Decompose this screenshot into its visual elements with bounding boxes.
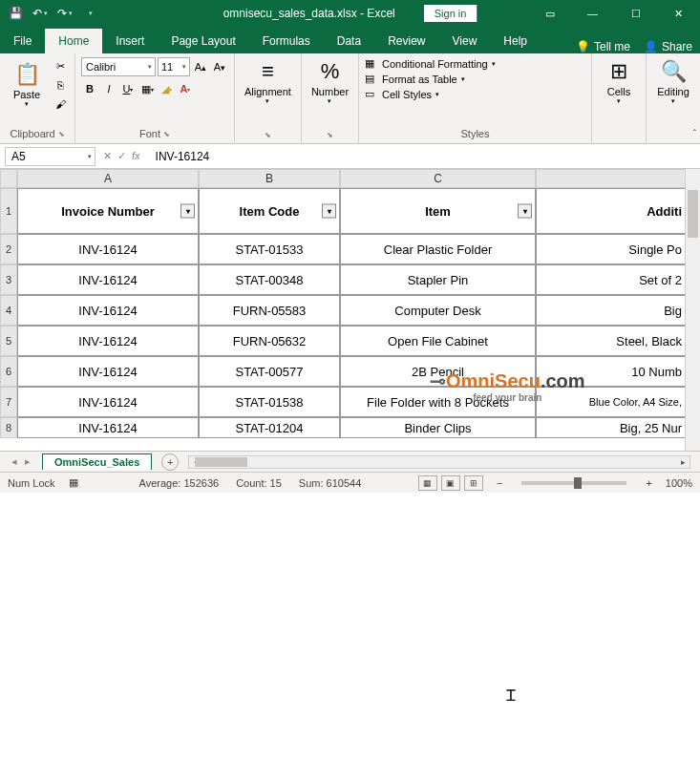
- data-cell[interactable]: Open File Cabinet: [340, 326, 536, 356]
- italic-button[interactable]: I: [100, 80, 117, 97]
- data-cell[interactable]: STAT-01533: [199, 234, 340, 264]
- font-color-icon[interactable]: A▾: [177, 80, 194, 97]
- tab-file[interactable]: File: [0, 29, 45, 53]
- row-header[interactable]: 1: [0, 188, 17, 234]
- scrollbar-thumb[interactable]: [195, 457, 247, 467]
- name-box[interactable]: A5▾: [5, 147, 95, 166]
- data-cell[interactable]: File Folder with 8 Pockets: [340, 387, 536, 417]
- row-header[interactable]: 5: [0, 326, 17, 356]
- cancel-formula-icon[interactable]: ✕: [103, 150, 112, 162]
- data-cell[interactable]: Stapler Pin: [340, 264, 536, 295]
- data-cell[interactable]: INV-16124: [17, 356, 199, 387]
- data-cell[interactable]: Clear Plastic Folder: [340, 234, 536, 264]
- close-icon[interactable]: ✕: [657, 0, 700, 27]
- paste-button[interactable]: 📋 Paste ▾: [6, 57, 48, 113]
- popout-icon[interactable]: ⬊: [265, 131, 271, 139]
- format-as-table-button[interactable]: ▤Format as Table▾: [365, 73, 585, 86]
- row-header[interactable]: 2: [0, 234, 17, 264]
- col-header-d[interactable]: [536, 169, 689, 188]
- tab-view[interactable]: View: [439, 29, 491, 53]
- popout-icon[interactable]: ⬊: [58, 130, 65, 138]
- save-icon[interactable]: 💾: [8, 6, 23, 21]
- row-header[interactable]: 4: [0, 295, 17, 326]
- accept-formula-icon[interactable]: ✓: [117, 150, 126, 162]
- tab-page-layout[interactable]: Page Layout: [158, 29, 248, 53]
- data-cell[interactable]: Steel, Black: [536, 326, 689, 356]
- data-cell[interactable]: INV-16124: [17, 264, 199, 295]
- maximize-icon[interactable]: ☐: [614, 0, 657, 27]
- zoom-slider[interactable]: [521, 481, 626, 485]
- zoom-out-icon[interactable]: −: [497, 477, 502, 489]
- filter-dropdown-icon[interactable]: ▾: [322, 204, 336, 219]
- tab-home[interactable]: Home: [45, 29, 102, 53]
- filter-dropdown-icon[interactable]: ▾: [180, 204, 195, 219]
- data-cell[interactable]: INV-16124: [17, 234, 199, 264]
- data-cell[interactable]: Big: [536, 295, 689, 326]
- ribbon-options-icon[interactable]: ▭: [528, 0, 571, 27]
- header-cell[interactable]: Additi: [536, 188, 689, 234]
- data-cell[interactable]: 2B Pencil: [340, 356, 536, 387]
- signin-button[interactable]: Sign in: [424, 5, 477, 22]
- data-cell[interactable]: STAT-01204: [199, 417, 340, 438]
- number-button[interactable]: % Number ▾: [308, 57, 352, 107]
- bold-button[interactable]: B: [81, 80, 98, 97]
- select-all-corner[interactable]: [0, 169, 17, 188]
- data-cell[interactable]: Single Po: [536, 234, 689, 264]
- row-header[interactable]: 8: [0, 417, 17, 438]
- data-cell[interactable]: Computer Desk: [340, 295, 536, 326]
- scrollbar-thumb[interactable]: [688, 190, 698, 238]
- row-header[interactable]: 6: [0, 356, 17, 387]
- font-size-select[interactable]: 11▾: [158, 57, 190, 76]
- fx-icon[interactable]: fx: [132, 150, 140, 162]
- tab-insert[interactable]: Insert: [102, 29, 158, 53]
- share-button[interactable]: 👤Share: [644, 40, 692, 53]
- tab-formulas[interactable]: Formulas: [249, 29, 324, 53]
- data-cell[interactable]: INV-16124: [17, 295, 199, 326]
- page-break-view-icon[interactable]: ⊞: [464, 475, 483, 491]
- add-sheet-button[interactable]: +: [161, 453, 179, 471]
- fill-color-icon[interactable]: ◢▾: [158, 80, 175, 97]
- data-cell[interactable]: INV-16124: [17, 387, 199, 417]
- qat-customize-icon[interactable]: ▾: [82, 6, 97, 21]
- macro-icon[interactable]: ▦: [69, 476, 78, 489]
- data-cell[interactable]: 10 Numb: [536, 356, 689, 387]
- normal-view-icon[interactable]: ▦: [418, 475, 437, 491]
- zoom-in-icon[interactable]: +: [646, 477, 651, 489]
- data-cell[interactable]: STAT-00577: [199, 356, 340, 387]
- border-icon[interactable]: ▦▾: [138, 80, 156, 97]
- tab-data[interactable]: Data: [324, 29, 374, 53]
- underline-button[interactable]: U▾: [119, 80, 137, 97]
- zoom-thumb[interactable]: [574, 477, 582, 489]
- col-header-b[interactable]: B: [199, 169, 340, 188]
- row-header[interactable]: 7: [0, 387, 17, 417]
- col-header-c[interactable]: C: [340, 169, 536, 188]
- popout-icon[interactable]: ⬊: [327, 131, 333, 139]
- header-cell[interactable]: Item▾: [340, 188, 536, 234]
- cells-button[interactable]: ⊞ Cells ▾: [598, 57, 640, 107]
- data-cell[interactable]: Binder Clips: [340, 417, 536, 438]
- scroll-right-icon[interactable]: ▸: [676, 456, 689, 468]
- cut-icon[interactable]: ✂: [52, 57, 69, 74]
- font-name-select[interactable]: Calibri▾: [81, 57, 156, 76]
- col-header-a[interactable]: A: [17, 169, 199, 188]
- formula-input[interactable]: INV-16124: [148, 150, 700, 163]
- data-cell[interactable]: INV-16124: [17, 326, 199, 356]
- data-cell[interactable]: STAT-00348: [199, 264, 340, 295]
- data-cell[interactable]: INV-16124: [17, 417, 199, 438]
- format-painter-icon[interactable]: 🖌: [52, 95, 69, 113]
- data-cell[interactable]: STAT-01538: [199, 387, 340, 417]
- sheet-nav-next-icon[interactable]: ▸: [25, 455, 31, 468]
- data-cell[interactable]: Big, 25 Nur: [536, 417, 689, 438]
- conditional-formatting-button[interactable]: ▦Conditional Formatting▾: [365, 57, 585, 71]
- data-cell[interactable]: FURN-05583: [199, 295, 340, 326]
- data-cell[interactable]: FURN-05632: [199, 326, 340, 356]
- tellme-button[interactable]: 💡Tell me: [576, 40, 630, 53]
- header-cell[interactable]: Item Code▾: [199, 188, 340, 234]
- alignment-button[interactable]: ≡ Alignment ▾: [241, 57, 295, 107]
- collapse-ribbon-icon[interactable]: ˆ: [693, 129, 696, 139]
- vertical-scrollbar[interactable]: [685, 169, 700, 451]
- filter-dropdown-icon[interactable]: ▾: [518, 204, 532, 219]
- redo-icon[interactable]: ↷▾: [57, 6, 73, 21]
- minimize-icon[interactable]: —: [571, 0, 614, 27]
- sheet-tab[interactable]: OmniSecu_Sales: [42, 453, 152, 470]
